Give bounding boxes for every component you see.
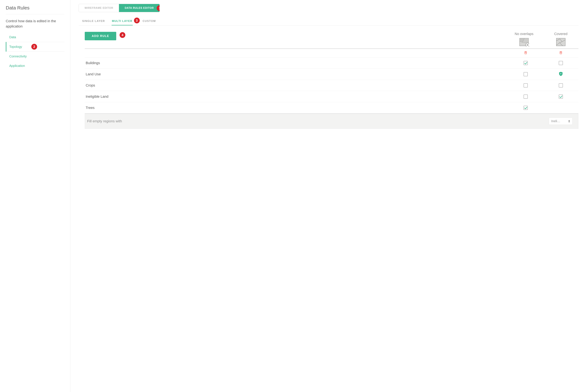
add-rule-cell: ADD RULE 4 (85, 32, 505, 41)
fill-region-select[interactable]: Ineli… (549, 118, 573, 125)
layer-row-buildings: Buildings (85, 58, 579, 68)
sidebar-nav: Data Topology 2 Connectivity Application (6, 32, 64, 70)
no-overlaps-icon (519, 38, 529, 46)
sidebar-item-topology[interactable]: Topology 2 (6, 42, 64, 52)
sidebar-item-data[interactable]: Data (6, 32, 64, 42)
sidebar-item-label: Data (9, 35, 16, 39)
checkbox-covered[interactable] (559, 83, 563, 88)
checkbox-no-overlaps[interactable] (524, 106, 528, 110)
sidebar-item-label: Connectivity (9, 54, 27, 58)
sidebar-item-application[interactable]: Application (6, 61, 64, 70)
fill-empty-regions-row: Fill empty regions with Ineli… (85, 114, 579, 129)
trash-icon[interactable] (559, 52, 563, 55)
shield-icon[interactable] (559, 72, 563, 77)
tab-wireframe-editor[interactable]: WIREFRAME EDITOR (79, 4, 119, 12)
checkbox-covered[interactable] (559, 94, 563, 99)
subtab-single-layer[interactable]: SINGLE LAYER (82, 18, 105, 26)
svg-marker-14 (569, 122, 570, 122)
annotation-badge-3: 3 (134, 18, 140, 23)
select-value: Ineli… (551, 119, 560, 123)
layer-row-crops: Crops (85, 80, 579, 91)
subtab-label: MULTI LAYER (112, 20, 132, 22)
editor-tabs: WIREFRAME EDITOR DATA RULES EDITOR 1 (79, 4, 160, 12)
subtab-multi-layer[interactable]: MULTI LAYER 3 (112, 18, 133, 26)
rules-table: ADD RULE 4 No overlaps Covered (85, 32, 579, 129)
checkbox-covered[interactable] (559, 61, 563, 65)
rules-delete-row (85, 49, 579, 58)
layer-label: Ineligible Land (85, 94, 508, 99)
subtab-custom[interactable]: CUSTOM (142, 18, 156, 26)
fill-label: Fill empty regions with (86, 119, 508, 123)
column-head-no-overlaps: No overlaps (507, 32, 542, 46)
covered-icon (556, 38, 566, 46)
main-panel: WIREFRAME EDITOR DATA RULES EDITOR 1 SIN… (70, 0, 588, 392)
column-head-covered: Covered (543, 32, 579, 46)
layer-row-land-use: Land Use (85, 68, 579, 80)
sidebar-item-label: Topology (9, 45, 22, 48)
trash-icon[interactable] (524, 52, 528, 55)
layer-label: Trees (85, 106, 508, 110)
layer-row-trees: Trees (85, 102, 579, 114)
layer-row-ineligible-land: Ineligible Land (85, 91, 579, 102)
column-label: Covered (543, 32, 579, 36)
checkbox-no-overlaps[interactable] (524, 61, 528, 65)
annotation-badge-2: 2 (31, 44, 37, 50)
app-root: Data Rules Control how data is edited in… (0, 0, 588, 392)
annotation-badge-4: 4 (120, 32, 125, 38)
layer-label: Crops (85, 83, 508, 88)
layer-label: Land Use (85, 72, 508, 76)
svg-marker-13 (569, 120, 570, 121)
checkbox-no-overlaps[interactable] (524, 83, 528, 88)
checkbox-no-overlaps[interactable] (524, 72, 528, 76)
sidebar: Data Rules Control how data is edited in… (0, 0, 70, 392)
page-title: Data Rules (6, 5, 64, 14)
sub-tabs: SINGLE LAYER MULTI LAYER 3 CUSTOM (79, 18, 579, 26)
sidebar-item-label: Application (9, 64, 25, 68)
sidebar-item-connectivity[interactable]: Connectivity (6, 52, 64, 61)
column-label: No overlaps (507, 32, 542, 36)
page-subtitle: Control how data is edited in the applic… (6, 18, 64, 29)
add-rule-button[interactable]: ADD RULE (85, 32, 116, 40)
tab-data-rules-editor[interactable]: DATA RULES EDITOR (119, 4, 159, 12)
layer-label: Buildings (85, 61, 508, 65)
caret-sort-icon (568, 120, 570, 123)
rules-header: ADD RULE 4 No overlaps Covered (85, 32, 579, 49)
checkbox-no-overlaps[interactable] (524, 94, 528, 99)
